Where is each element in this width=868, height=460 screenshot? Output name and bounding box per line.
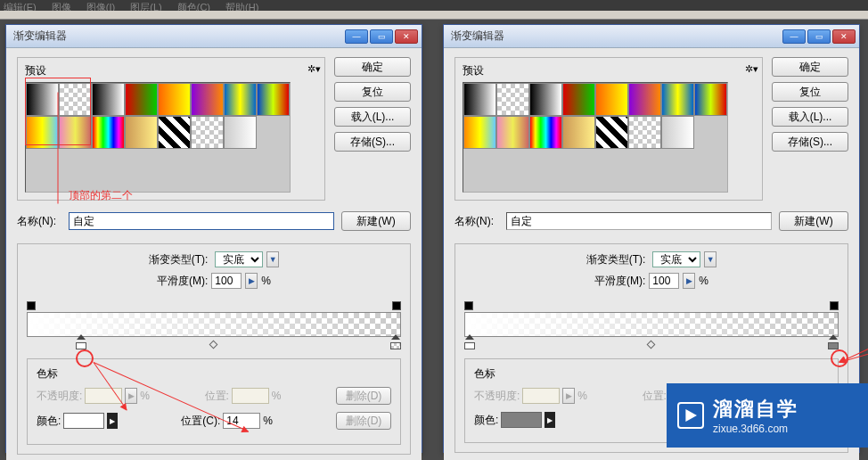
preset-swatch[interactable] [158,116,191,149]
preset-swatch[interactable] [628,116,661,149]
opacity-stop[interactable] [27,301,36,310]
type-dropdown-icon[interactable]: ▼ [266,251,279,267]
color-stop-active[interactable] [828,339,839,349]
type-label: 渐变类型(T): [586,252,646,267]
presets-menu-icon[interactable]: ✲▾ [307,63,321,75]
opacity-popup-icon: ▶ [125,388,137,404]
color-popup-icon[interactable]: ▶ [545,412,555,428]
preset-swatch[interactable] [59,116,92,149]
preset-swatch[interactable] [496,116,529,149]
preset-swatch[interactable] [224,83,257,116]
svg-marker-0 [685,409,697,422]
preset-swatch[interactable] [496,83,529,116]
midpoint-diamond[interactable] [646,341,655,349]
smooth-input[interactable] [211,273,242,289]
new-button[interactable]: 新建(W) [779,211,848,231]
preset-swatch[interactable] [595,83,628,116]
maximize-button[interactable]: ▭ [370,29,393,44]
preset-swatch[interactable] [463,83,496,116]
smooth-popup-icon[interactable]: ▶ [245,273,258,289]
smooth-popup-icon[interactable]: ▶ [683,273,695,289]
preset-swatch[interactable] [125,116,158,149]
preset-swatch[interactable] [628,83,661,116]
menu-layer[interactable]: 图层(L) [130,2,161,11]
preset-swatch[interactable] [562,83,595,116]
menu-edit[interactable]: 编辑(E) [4,2,37,11]
name-input[interactable] [506,212,772,230]
reset-button[interactable]: 复位 [772,82,848,102]
preset-grid[interactable] [25,82,291,193]
save-button[interactable]: 存储(S)... [772,132,848,152]
minimize-button[interactable]: — [345,29,368,44]
preset-swatch[interactable] [562,116,595,149]
opacity-stop[interactable] [464,301,473,310]
midpoint-diamond[interactable] [209,341,217,349]
preset-grid[interactable] [463,82,728,193]
color-popup-icon[interactable]: ▶ [107,413,118,429]
preset-swatch[interactable] [529,83,562,116]
color-swatch[interactable] [501,412,542,428]
reset-button[interactable]: 复位 [334,82,411,102]
type-dropdown-icon[interactable]: ▼ [704,251,717,267]
ok-button[interactable]: 确定 [334,57,411,77]
preset-swatch[interactable] [59,83,92,116]
stops-label: 色标 [474,366,829,382]
preset-swatch[interactable] [92,116,125,149]
color-stop[interactable] [464,339,475,349]
maximize-button[interactable]: ▭ [807,29,831,44]
load-button[interactable]: 载入(L)... [772,107,848,127]
menu-color[interactable]: 颜色(C) [177,2,210,11]
titlebar[interactable]: 渐变编辑器 — ▭ ✕ [6,25,422,48]
ok-button[interactable]: 确定 [772,57,848,77]
close-button[interactable]: ✕ [395,29,418,44]
preset-swatch[interactable] [661,83,694,116]
preset-swatch[interactable] [26,83,59,116]
preset-swatch[interactable] [224,116,257,149]
menu-help[interactable]: 帮助(H) [225,2,258,11]
preset-swatch[interactable] [92,83,125,116]
preset-swatch[interactable] [158,83,191,116]
smooth-input[interactable] [649,273,679,289]
preset-swatch[interactable] [694,83,727,116]
menu-img[interactable]: 图像 [52,2,71,11]
percent-label: % [699,275,708,287]
new-button[interactable]: 新建(W) [341,211,411,231]
opacity-stop[interactable] [830,301,839,310]
presets-label: 预设 [463,63,484,78]
color-pos-input[interactable] [223,413,260,429]
preset-swatch[interactable] [191,83,224,116]
gradient-bar[interactable] [27,301,401,349]
tool-options-bar [0,11,868,20]
presets-menu-icon[interactable]: ✲▾ [745,63,758,75]
delete-opacity-button: 删除(D) [336,387,391,405]
close-button[interactable]: ✕ [832,29,856,44]
watermark-url: zixue.3d66.com [713,423,798,435]
name-label: 名称(N): [17,214,61,229]
preset-swatch[interactable] [529,116,562,149]
color-stop[interactable] [390,339,401,349]
type-select[interactable]: 实底 [652,251,700,267]
titlebar[interactable]: 渐变编辑器 — ▭ ✕ [444,25,859,48]
gradient-bar[interactable] [464,301,839,349]
save-button[interactable]: 存储(S)... [334,132,411,152]
preset-swatch[interactable] [661,116,694,149]
play-icon [677,402,704,429]
color-label: 颜色: [474,413,498,428]
preset-swatch[interactable] [26,116,59,149]
preset-swatch[interactable] [595,116,628,149]
stops-label: 色标 [37,366,391,382]
opacity-input [522,388,560,404]
preset-swatch[interactable] [191,116,224,149]
name-input[interactable] [69,212,334,230]
menu-image[interactable]: 图像(I) [86,2,115,11]
preset-swatch[interactable] [463,116,496,149]
type-select[interactable]: 实底 [215,251,263,267]
opacity-stop[interactable] [392,301,401,310]
preset-swatch[interactable] [257,83,290,116]
load-button[interactable]: 载入(L)... [334,107,411,127]
color-stop-active[interactable] [76,339,86,349]
minimize-button[interactable]: — [782,29,806,44]
watermark-title: 溜溜自学 [713,396,798,423]
color-swatch[interactable] [63,413,104,429]
preset-swatch[interactable] [125,83,158,116]
